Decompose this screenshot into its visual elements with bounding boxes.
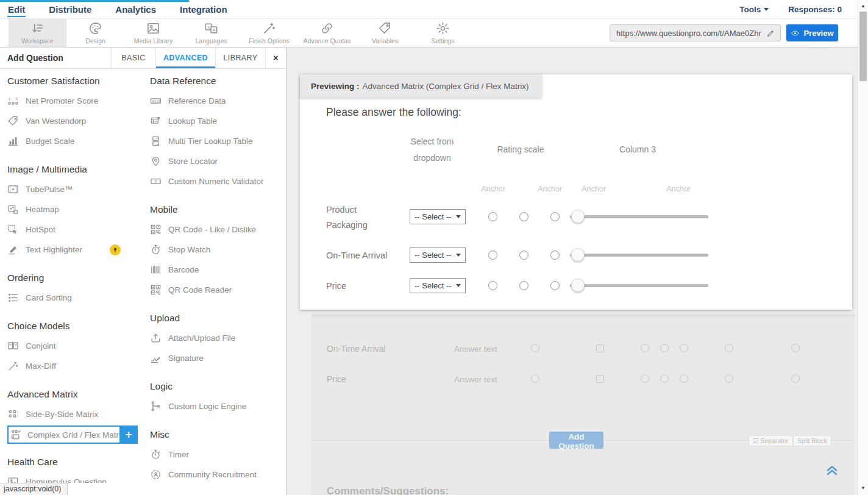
finish-options-button[interactable]: Finish Options xyxy=(240,19,298,47)
panel-item-stop-watch[interactable]: Stop Watch xyxy=(150,240,286,260)
panel-item-qr-code-like-dislike[interactable]: QR Code - Like / Dislike xyxy=(150,219,286,240)
panel-item-multi-tier-lookup-table[interactable]: Multi Tier Lookup Table xyxy=(150,131,286,151)
radio-button[interactable] xyxy=(519,281,528,290)
panel-item-complex-grid-flex-matrix[interactable]: Complex Grid / Flex Matrix+ xyxy=(7,426,121,444)
panel-item-heatmap[interactable]: Heatmap xyxy=(7,199,144,219)
panel-item-lookup-table[interactable]: Lookup Table xyxy=(150,111,286,131)
radio-button[interactable] xyxy=(488,251,497,260)
panel-item-qr-code-reader[interactable]: QR Code Reader xyxy=(150,280,286,300)
checkbox[interactable] xyxy=(596,344,604,352)
preview-button[interactable]: Preview xyxy=(786,24,838,41)
survey-url-input[interactable] xyxy=(610,29,766,38)
add-selected-question-button[interactable]: + xyxy=(119,426,138,444)
radio-button[interactable] xyxy=(531,344,539,352)
scroll-up-arrow[interactable]: ▲ xyxy=(858,2,868,10)
slider-handle[interactable] xyxy=(571,279,585,292)
panel-item-barcode[interactable]: Barcode xyxy=(150,260,286,280)
radio-button[interactable] xyxy=(531,374,539,383)
wand-icon xyxy=(7,360,19,372)
select-dropdown[interactable]: -- Select -- xyxy=(410,209,466,224)
panel-item-side-by-side-matrix[interactable]: Side-By-Side Matrix xyxy=(7,404,144,424)
panel-item-card-sorting[interactable]: Card Sorting xyxy=(7,288,144,308)
panel-item-label: Homunculus Question xyxy=(26,477,107,483)
radio-button[interactable] xyxy=(519,212,528,221)
workspace-button[interactable]: Workspace xyxy=(9,19,66,47)
variables-button[interactable]: Variables xyxy=(356,19,414,47)
responses-counter[interactable]: Responses: 0 xyxy=(788,5,842,14)
radio-button[interactable] xyxy=(550,212,560,221)
panel-item-store-locator[interactable]: Store Locator xyxy=(150,151,286,171)
panel-item-custom-numeric-validator[interactable]: Custom Numeric Validator xyxy=(150,171,286,191)
scrollbar-thumb[interactable] xyxy=(859,12,867,81)
editor-row: On-Time Arrival Answer text xyxy=(311,338,855,360)
panel-item-timer[interactable]: Timer xyxy=(150,444,286,465)
close-panel-button[interactable]: × xyxy=(265,48,286,68)
eye-icon xyxy=(791,29,800,38)
separator-toggle[interactable]: ☑ Separator xyxy=(749,435,793,446)
panel-item-budget-scale[interactable]: Budget Scale xyxy=(7,131,144,151)
tab-library[interactable]: LIBRARY xyxy=(215,48,265,68)
slider-track[interactable] xyxy=(570,215,708,218)
nav-item-edit[interactable]: Edit xyxy=(7,2,26,17)
panel-item-hotspot[interactable]: HotSpot xyxy=(7,219,144,240)
radio-button[interactable] xyxy=(519,251,528,260)
settings-button[interactable]: Settings xyxy=(414,19,472,47)
nav-item-analytics[interactable]: Analytics xyxy=(115,2,157,17)
panel-item-van-westendorp[interactable]: Van Westendorp xyxy=(7,111,144,131)
split-block-button[interactable]: Split Block xyxy=(793,435,831,446)
panel-item-tubepulse[interactable]: TubePulse™ xyxy=(7,179,144,199)
panel-item-reference-data[interactable]: Reference Data xyxy=(150,91,286,111)
scrollbar[interactable]: ▲ ▼ xyxy=(858,0,868,495)
nav-item-distribute[interactable]: Distribute xyxy=(48,2,92,17)
radio-button[interactable] xyxy=(680,344,688,352)
radio-button[interactable] xyxy=(488,281,497,290)
panel-item-custom-logic-engine[interactable]: Custom Logic Engine xyxy=(150,396,286,416)
radio-button[interactable] xyxy=(725,344,733,352)
radio-button[interactable] xyxy=(680,374,688,383)
nav-item-integration[interactable]: Integration xyxy=(179,2,228,17)
languages-button[interactable]: Languages xyxy=(182,19,240,47)
panel-item-attach-upload-file[interactable]: Attach/Upload File xyxy=(150,328,286,348)
advance-quotas-button[interactable]: Advance Quotas xyxy=(298,19,356,47)
slider-handle[interactable] xyxy=(571,210,585,223)
radio-button[interactable] xyxy=(725,374,733,383)
slider-track[interactable] xyxy=(570,284,708,287)
edit-url-icon[interactable] xyxy=(766,29,780,38)
panel-item-conjoint[interactable]: Conjoint xyxy=(7,336,144,356)
panel-item-label: Max-Diff xyxy=(26,361,56,371)
panel-item-signature[interactable]: Signature xyxy=(150,348,286,368)
top-nav: EditDistributeAnalyticsIntegration Tools… xyxy=(0,0,858,19)
slider-handle[interactable] xyxy=(571,248,585,262)
media-library-button[interactable]: Media Library xyxy=(124,19,182,47)
design-button[interactable]: Design xyxy=(66,19,124,47)
radio-button[interactable] xyxy=(488,212,497,221)
select-dropdown[interactable]: -- Select -- xyxy=(410,248,466,263)
panel-item-net-promoter-score[interactable]: Net Promoter Score xyxy=(7,91,144,111)
panel-item-homunculus-question[interactable]: Homunculus Question xyxy=(7,472,144,483)
top-nav-right: Tools Responses: 0 xyxy=(739,5,842,14)
radio-button[interactable] xyxy=(791,344,800,352)
slider-track[interactable] xyxy=(570,254,708,257)
radio-button[interactable] xyxy=(641,374,649,383)
tab-basic[interactable]: BASIC xyxy=(111,48,155,68)
add-question-panel: Add Question BASIC ADVANCED LIBRARY × Cu… xyxy=(0,48,286,495)
panel-section-misc: MiscTimerCommunity Recruitment xyxy=(150,429,286,483)
radio-button[interactable] xyxy=(660,344,669,352)
scroll-down-arrow[interactable]: ▼ xyxy=(858,484,868,493)
checkbox[interactable] xyxy=(596,375,604,383)
radio-button[interactable] xyxy=(791,374,800,383)
radio-button[interactable] xyxy=(550,251,560,260)
select-dropdown[interactable]: -- Select -- xyxy=(410,278,466,293)
panel-item-max-diff[interactable]: Max-Diff xyxy=(7,356,144,376)
panel-item-community-recruitment[interactable]: Community Recruitment xyxy=(150,465,286,483)
panel-item-text-highlighter[interactable]: Text Highlighter xyxy=(7,240,144,260)
scroll-to-top-button[interactable] xyxy=(824,462,840,477)
tab-advanced[interactable]: ADVANCED xyxy=(155,48,215,68)
radio-button[interactable] xyxy=(660,374,669,383)
radio-button[interactable] xyxy=(550,281,560,290)
panel-item-label: QR Code - Like / Dislike xyxy=(168,225,256,234)
add-question-button[interactable]: Add Question xyxy=(549,432,603,449)
tag-icon xyxy=(378,21,392,35)
tools-menu[interactable]: Tools xyxy=(739,5,769,14)
radio-button[interactable] xyxy=(641,344,649,352)
